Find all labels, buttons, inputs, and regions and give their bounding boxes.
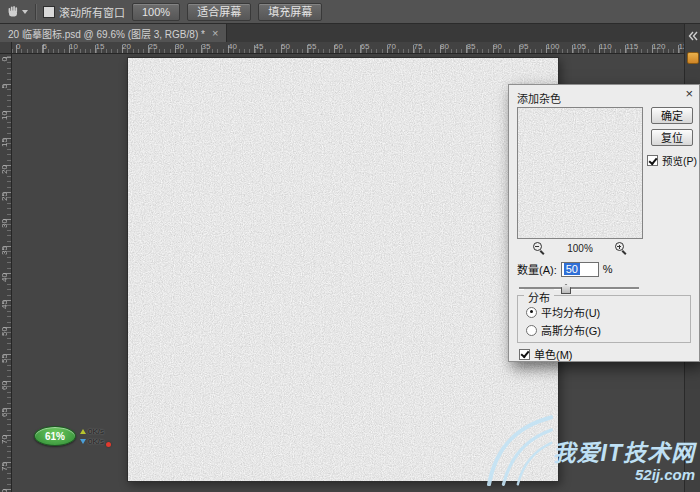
amount-value-selected: 50 (564, 263, 580, 275)
monochrome-checkbox[interactable]: 单色(M) (519, 346, 573, 362)
tool-preset-dropdown[interactable] (6, 5, 28, 19)
download-rate: 0K/s (88, 437, 104, 446)
amount-row: 数量(A): 50 % (517, 261, 613, 277)
distribution-group: 分布 平均分布(U) 高斯分布(G) (517, 295, 691, 343)
add-noise-dialog: 添加杂色 × (508, 84, 700, 362)
checkbox-box (647, 155, 658, 166)
ruler-label: 0 (0, 57, 9, 61)
ruler-label: 120 (652, 42, 665, 51)
radio-button (526, 307, 537, 318)
tab-close-icon[interactable]: × (212, 28, 218, 38)
actual-pixels-button[interactable]: 100% (132, 3, 180, 21)
download-arrow-icon (80, 439, 86, 444)
ruler-label: 80 (440, 42, 449, 51)
ruler-label: 10 (0, 111, 9, 120)
preview-checkbox-label: 预览(P) (662, 153, 697, 168)
dialog-title: 添加杂色 (517, 90, 561, 106)
collapse-dock-icon[interactable] (687, 30, 699, 42)
ruler-label: 0 (16, 42, 20, 51)
horizontal-ruler[interactable]: 0510152025303540455055606570758085909510… (12, 42, 684, 54)
uniform-radio[interactable]: 平均分布(U) (526, 304, 600, 320)
tab-bar: 20 临摹图标.psd @ 69.6% (图层 3, RGB/8) * × (0, 24, 684, 42)
alert-dot-icon (106, 442, 111, 447)
slider-thumb[interactable] (561, 284, 571, 294)
ruler-label: 5 (43, 42, 47, 51)
checkbox-box (519, 349, 530, 360)
ok-button[interactable]: 确定 (651, 107, 693, 124)
ruler-label: 20 (0, 165, 9, 174)
ruler-label: 65 (0, 408, 9, 417)
ruler-label: 25 (0, 192, 9, 201)
monochrome-checkbox-label: 单色(M) (534, 346, 573, 362)
ruler-label: 5 (0, 84, 9, 88)
fit-screen-button[interactable]: 适合屏幕 (187, 3, 251, 21)
ruler-label: 15 (96, 42, 105, 51)
upload-rate: 0K/s (88, 427, 104, 436)
network-monitor-widget[interactable]: 61% 0K/s 0K/s (34, 424, 104, 448)
percent-sign: % (603, 263, 613, 275)
ruler-label: 105 (573, 42, 586, 51)
noise-preview[interactable] (517, 107, 643, 239)
usage-badge: 61% (34, 426, 76, 446)
ruler-label: 30 (175, 42, 184, 51)
dialog-close-button[interactable]: × (685, 87, 693, 101)
ruler-label: 85 (467, 42, 476, 51)
scroll-all-windows-checkbox[interactable]: 滚动所有窗口 (43, 4, 125, 20)
document-tab[interactable]: 20 临摹图标.psd @ 69.6% (图层 3, RGB/8) * × (0, 24, 227, 42)
ruler-label: 60 (334, 42, 343, 51)
ruler-label: 60 (0, 381, 9, 390)
noise-image (128, 58, 558, 481)
document-canvas[interactable] (127, 57, 559, 482)
fill-screen-button[interactable]: 填充屏幕 (258, 3, 322, 21)
ruler-label: 35 (0, 246, 9, 255)
photoshop-window: 滚动所有窗口 100% 适合屏幕 填充屏幕 20 临摹图标.psd @ 69.6… (0, 0, 700, 492)
ruler-label: 55 (308, 42, 317, 51)
document-tab-title: 20 临摹图标.psd @ 69.6% (图层 3, RGB/8) * (8, 26, 205, 41)
amount-label: 数量(A): (517, 261, 557, 277)
ruler-label: 65 (361, 42, 370, 51)
ruler-label: 30 (0, 219, 9, 228)
checkbox-box (43, 6, 55, 18)
panel-swatch-icon[interactable] (687, 52, 699, 64)
ruler-label: 70 (0, 435, 9, 444)
ruler-label: 75 (0, 462, 9, 471)
preview-zoom-level: 100% (567, 243, 593, 254)
gaussian-radio-label: 高斯分布(G) (541, 322, 601, 338)
amount-input[interactable]: 50 (561, 262, 599, 277)
preview-zoom-controls: 100% (517, 241, 643, 255)
ruler-label: 10 (69, 42, 78, 51)
scroll-all-windows-label: 滚动所有窗口 (59, 4, 125, 20)
zoom-in-icon[interactable] (615, 242, 627, 254)
reset-button[interactable]: 复位 (651, 129, 693, 146)
ruler-label: 15 (0, 138, 9, 147)
distribution-label: 分布 (524, 289, 554, 305)
vertical-ruler[interactable]: 05101520253035404550556065707580 (0, 54, 12, 492)
ruler-label: 25 (149, 42, 158, 51)
ruler-label: 45 (0, 300, 9, 309)
noise-preview-image (518, 108, 642, 238)
gaussian-radio[interactable]: 高斯分布(G) (526, 322, 601, 338)
ruler-label: 90 (493, 42, 502, 51)
ruler-label: 70 (387, 42, 396, 51)
separator (35, 4, 36, 20)
ruler-label: 35 (202, 42, 211, 51)
upload-arrow-icon (80, 429, 86, 434)
ruler-label: 45 (255, 42, 264, 51)
usage-percent: 61% (45, 431, 65, 442)
ruler-label: 40 (228, 42, 237, 51)
ruler-label: 55 (0, 354, 9, 363)
options-bar: 滚动所有窗口 100% 适合屏幕 填充屏幕 (0, 0, 700, 24)
ruler-label: 110 (599, 42, 612, 51)
net-rates: 0K/s 0K/s (80, 427, 104, 446)
chevron-down-icon (22, 10, 28, 14)
zoom-out-icon[interactable] (533, 242, 545, 254)
ruler-label: 20 (122, 42, 131, 51)
ruler-label: 40 (0, 273, 9, 282)
preview-checkbox[interactable]: 预览(P) (647, 153, 697, 168)
ruler-corner (0, 42, 12, 54)
ruler-label: 50 (281, 42, 290, 51)
ruler-label: 115 (626, 42, 639, 51)
radio-button (526, 325, 537, 336)
ruler-label: 100 (546, 42, 559, 51)
uniform-radio-label: 平均分布(U) (541, 304, 600, 320)
